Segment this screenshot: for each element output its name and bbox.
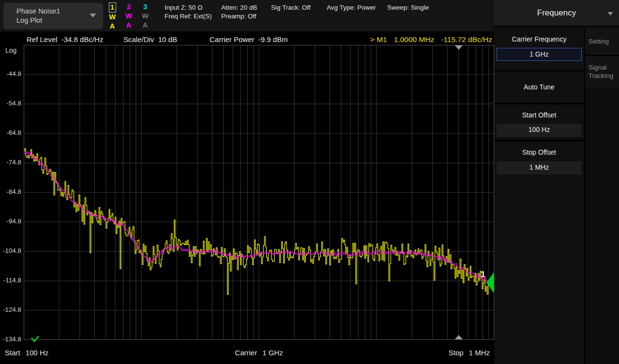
trace-2-number: 2 xyxy=(125,2,133,12)
tab-column: Setting Signal Tracking xyxy=(585,28,619,364)
y-axis-tick-label: -54.8 xyxy=(0,100,21,108)
menu-empty-area xyxy=(494,177,584,364)
frequency-menu-panel: Frequency Carrier Frequency 1 GHz Auto T… xyxy=(494,0,619,364)
trace-2-indicator[interactable]: 2 W A xyxy=(123,2,134,30)
trace-3-detector: W xyxy=(142,12,149,20)
trace-3-average: A xyxy=(143,21,148,29)
grid-lines xyxy=(24,45,494,340)
marker-m1-id: > M1 xyxy=(370,35,387,44)
menu-key-carrier-frequency[interactable]: Carrier Frequency 1 GHz xyxy=(494,28,584,70)
x-axis-start-label: Start100 Hz xyxy=(5,349,48,357)
marker-m1-value: -115.72 dBc/Hz xyxy=(441,35,492,44)
top-edge-tick-icon xyxy=(455,45,463,50)
marker-m1-readout: > M1 1.0000 MHz -115.72 dBc/Hz xyxy=(370,35,492,44)
scale-div-readout: Scale/Div 10 dB xyxy=(123,35,177,44)
menu-key-stop-offset[interactable]: Stop Offset 1 MHz xyxy=(494,141,584,177)
marker-m1-freq: 1.0000 MHz xyxy=(394,35,435,44)
x-axis-stop-label: Stop1 MHz xyxy=(449,349,490,357)
panel-title: Frequency xyxy=(494,8,619,18)
graticule-and-traces: 1 xyxy=(24,45,494,340)
menu-key-start-offset[interactable]: Start Offset 100 Hz xyxy=(494,104,584,140)
measurement-selector-dropdown[interactable]: Phase Noise1 Log Plot xyxy=(3,3,103,29)
panel-title-dropdown[interactable]: Frequency xyxy=(494,0,619,27)
top-status-bar: Phase Noise1 Log Plot 1 W A 2 W A 3 W A … xyxy=(0,0,494,31)
tab-empty-area xyxy=(585,87,619,364)
carrier-power-readout: Carrier Power -9.9 dBm xyxy=(210,35,288,44)
trace-1-indicator[interactable]: 1 W A xyxy=(107,2,118,31)
trace-1-average: A xyxy=(110,22,115,30)
marker-m1-wedge-icon xyxy=(486,272,494,293)
carrier-frequency-value-field[interactable]: 1 GHz xyxy=(497,48,582,61)
trace-2-average: A xyxy=(126,21,131,29)
setting-atten[interactable]: Atten: 20 dBPreamp: Off xyxy=(221,3,257,21)
setting-input-z[interactable]: Input Z: 50 ΩFreq Ref: Ext(S) xyxy=(165,3,212,21)
y-axis-tick-label: -134.8 xyxy=(0,335,21,344)
y-axis-tick-label: -64.8 xyxy=(0,129,21,138)
trace-1-number: 1 xyxy=(109,2,116,13)
trace-3-indicator[interactable]: 3 W A xyxy=(140,2,151,30)
setting-sweep[interactable]: Sweep: Single xyxy=(387,3,429,12)
bottom-edge-tick-icon xyxy=(455,335,463,339)
y-axis-tick-label: -94.8 xyxy=(0,218,21,226)
y-axis-tick-label: -104.8 xyxy=(0,247,21,256)
tab-setting[interactable]: Setting xyxy=(585,28,619,55)
sweep-complete-check-icon xyxy=(30,335,41,344)
setting-avg-type[interactable]: Avg Type: Power xyxy=(327,3,376,12)
y-axis-scale-type-label: Log xyxy=(5,46,16,54)
trace-2-detector: W xyxy=(125,12,132,20)
menu-column: Carrier Frequency 1 GHz Auto Tune Start … xyxy=(494,28,584,364)
stop-offset-value-field[interactable]: 1 MHz xyxy=(497,161,582,175)
analyzer-screen: Phase Noise1 Log Plot 1 W A 2 W A 3 W A … xyxy=(0,0,619,364)
phase-noise-plot: Ref Level -34.8 dBc/Hz Scale/Div 10 dB C… xyxy=(0,31,494,364)
x-axis-carrier-label: Carrier1 GHz xyxy=(208,349,310,357)
marker-m1-flag-label: 1 xyxy=(481,270,485,278)
setting-sig-track[interactable]: Sig Track: Off xyxy=(271,3,311,12)
y-axis-tick-label: -114.8 xyxy=(0,277,21,285)
tab-signal-tracking[interactable]: Signal Tracking xyxy=(585,56,619,87)
menu-key-auto-tune[interactable]: Auto Tune xyxy=(494,72,584,103)
y-axis-tick-label: -84.8 xyxy=(0,188,21,197)
trace-1-detector: W xyxy=(109,13,116,21)
chevron-down-icon xyxy=(90,14,96,17)
y-axis-tick-label: -124.8 xyxy=(0,306,21,315)
chevron-down-icon xyxy=(607,12,613,15)
ref-level-readout: Ref Level -34.8 dBc/Hz xyxy=(27,35,103,44)
y-axis-tick-label: -44.8 xyxy=(0,70,21,79)
start-offset-value-field[interactable]: 100 Hz xyxy=(497,124,582,137)
trace-3-number: 3 xyxy=(142,2,149,12)
panel-body: Carrier Frequency 1 GHz Auto Tune Start … xyxy=(494,28,619,364)
y-axis-tick-label: -74.8 xyxy=(0,159,21,167)
